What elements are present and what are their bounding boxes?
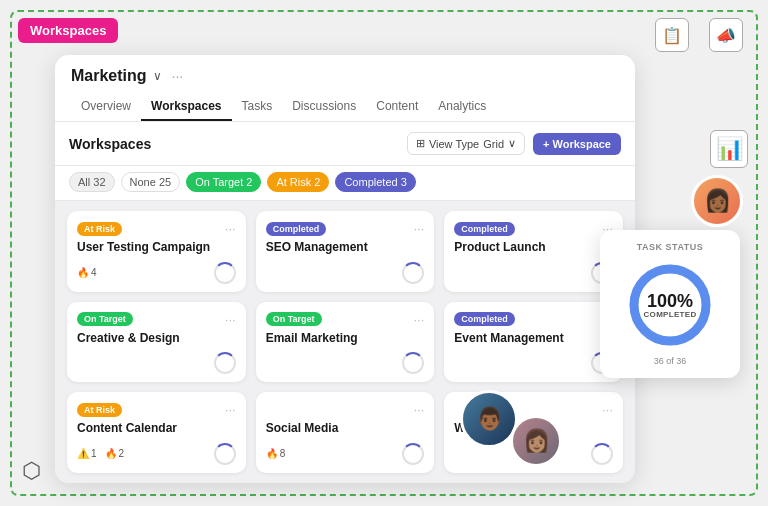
avatar-1: 👩🏾 <box>691 175 743 227</box>
card-title-5: Event Management <box>454 331 613 347</box>
status-badge-1: Completed <box>266 222 327 236</box>
header-dots[interactable]: ··· <box>172 68 184 84</box>
toolbar: Workspaces ⊞ View Type Grid ∨ + Workspac… <box>55 122 635 166</box>
status-badge-6: At Risk <box>77 403 122 417</box>
donut-percent: 100% <box>644 292 697 310</box>
progress-spinner-7 <box>402 443 424 465</box>
card-title-1: SEO Management <box>266 240 425 256</box>
filter-none[interactable]: None 25 <box>121 172 181 192</box>
tab-overview[interactable]: Overview <box>71 93 141 121</box>
task-status-card: TASK STATUS 100% COMPLETED 36 of 36 <box>600 230 740 378</box>
layers-icon[interactable]: ⬡ <box>22 458 41 484</box>
card-header: Marketing ∨ ··· Overview Workspaces Task… <box>55 55 635 122</box>
meta-item: 🔥2 <box>105 448 125 459</box>
toolbar-right: ⊞ View Type Grid ∨ + Workspace <box>407 132 621 155</box>
tab-discussions[interactable]: Discussions <box>282 93 366 121</box>
workspace-card-2[interactable]: Completed ··· Product Launch <box>444 211 623 292</box>
card-dots-0[interactable]: ··· <box>225 221 236 236</box>
card-title-7: Social Media <box>266 421 425 437</box>
progress-spinner-1 <box>402 262 424 284</box>
card-title-4: Email Marketing <box>266 331 425 347</box>
status-badge-4: On Target <box>266 312 322 326</box>
meta-item: 🔥8 <box>266 448 286 459</box>
workspace-card-5[interactable]: Completed ··· Event Management <box>444 302 623 383</box>
bar-chart-icon[interactable]: 📊 <box>710 130 748 168</box>
filter-row: All 32 None 25 On Target 2 At Risk 2 Com… <box>55 166 635 201</box>
tab-content[interactable]: Content <box>366 93 428 121</box>
donut-label: COMPLETED <box>644 310 697 319</box>
title-chevron-icon: ∨ <box>153 69 162 83</box>
avatar-face-3: 👩🏽 <box>513 418 559 464</box>
top-right-icons: 📋 📣 <box>655 18 743 52</box>
avatar-face-2: 👨🏾 <box>463 393 515 445</box>
meta-item: ⚠️1 <box>77 448 97 459</box>
filter-all[interactable]: All 32 <box>69 172 115 192</box>
view-type-button[interactable]: ⊞ View Type Grid ∨ <box>407 132 525 155</box>
status-badge-5: Completed <box>454 312 515 326</box>
card-dots-6[interactable]: ··· <box>225 402 236 417</box>
view-chevron-icon: ∨ <box>508 137 516 150</box>
tab-analytics[interactable]: Analytics <box>428 93 496 121</box>
card-dots-4[interactable]: ··· <box>413 312 424 327</box>
card-title-3: Creative & Design <box>77 331 236 347</box>
add-workspace-button[interactable]: + Workspace <box>533 133 621 155</box>
progress-spinner-4 <box>402 352 424 374</box>
megaphone-icon[interactable]: 📣 <box>709 18 743 52</box>
donut-chart: 100% COMPLETED <box>625 260 715 350</box>
card-title-0: User Testing Campaign <box>77 240 236 256</box>
workspace-card-3[interactable]: On Target ··· Creative & Design <box>67 302 246 383</box>
filter-at-risk[interactable]: At Risk 2 <box>267 172 329 192</box>
view-type-label: View Type <box>429 138 479 150</box>
toolbar-title: Workspaces <box>69 136 151 152</box>
task-status-title: TASK STATUS <box>612 242 728 252</box>
progress-spinner-6 <box>214 443 236 465</box>
document-icon[interactable]: 📋 <box>655 18 689 52</box>
workspace-card-4[interactable]: On Target ··· Email Marketing <box>256 302 435 383</box>
card-title: Marketing <box>71 67 147 85</box>
filter-on-target[interactable]: On Target 2 <box>186 172 261 192</box>
view-type-sub: Grid <box>483 138 504 150</box>
card-dots-3[interactable]: ··· <box>225 312 236 327</box>
avatar-3: 👩🏽 <box>510 415 562 467</box>
progress-spinner-8 <box>591 443 613 465</box>
workspace-card-6[interactable]: At Risk ··· Content Calendar ⚠️1🔥2 <box>67 392 246 473</box>
workspace-card-7[interactable]: ··· Social Media 🔥8 <box>256 392 435 473</box>
workspace-card-1[interactable]: Completed ··· SEO Management <box>256 211 435 292</box>
grid-icon: ⊞ <box>416 137 425 150</box>
workspace-card-0[interactable]: At Risk ··· User Testing Campaign 🔥4 <box>67 211 246 292</box>
tab-tasks[interactable]: Tasks <box>232 93 283 121</box>
avatar-face-1: 👩🏾 <box>694 178 740 224</box>
card-dots-8[interactable]: ··· <box>602 402 613 417</box>
progress-spinner-0 <box>214 262 236 284</box>
meta-item: 🔥4 <box>77 267 97 278</box>
workspaces-badge: Workspaces <box>18 18 118 43</box>
donut-sub: 36 of 36 <box>612 356 728 366</box>
card-title-2: Product Launch <box>454 240 613 256</box>
status-badge-2: Completed <box>454 222 515 236</box>
progress-spinner-3 <box>214 352 236 374</box>
nav-tabs: Overview Workspaces Tasks Discussions Co… <box>71 93 619 121</box>
status-badge-0: At Risk <box>77 222 122 236</box>
card-dots-7[interactable]: ··· <box>413 402 424 417</box>
card-title-6: Content Calendar <box>77 421 236 437</box>
filter-completed[interactable]: Completed 3 <box>335 172 415 192</box>
card-dots-1[interactable]: ··· <box>413 221 424 236</box>
status-badge-3: On Target <box>77 312 133 326</box>
tab-workspaces[interactable]: Workspaces <box>141 93 231 121</box>
